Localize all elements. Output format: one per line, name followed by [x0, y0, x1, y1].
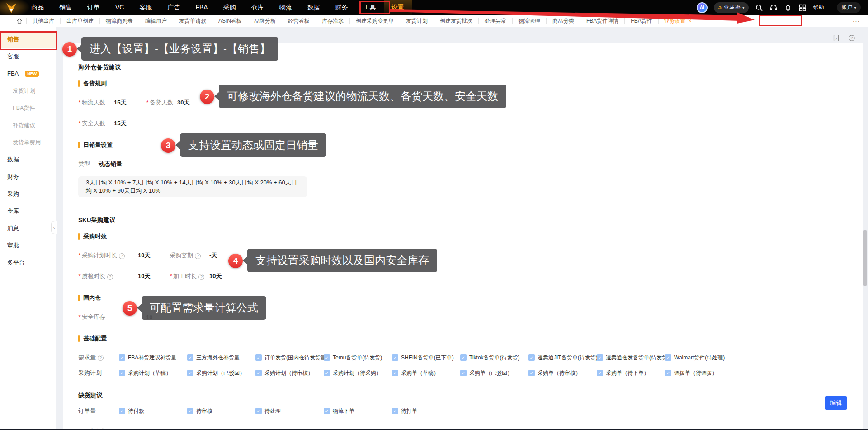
checkbox-option[interactable]: ✓ 采购计划（待采购） — [324, 369, 392, 377]
checkbox-option[interactable]: ✓ 采购计划（待审核） — [255, 369, 324, 377]
tab-item[interactable]: 创建发货批次 — [434, 18, 478, 24]
checkbox-checked-icon[interactable]: ✓ — [665, 370, 671, 376]
help-link[interactable]: 帮助 — [813, 4, 824, 11]
checkbox-checked-icon[interactable]: ✓ — [597, 354, 603, 361]
edit-button[interactable]: 编辑 — [825, 396, 847, 410]
checkbox-option[interactable]: ✓ 调拨单（待调拨） — [665, 369, 733, 377]
checkbox-checked-icon[interactable]: ✓ — [255, 408, 262, 414]
sidebar-item[interactable]: 客服 — [0, 48, 56, 65]
checkbox-checked-icon[interactable]: ✓ — [392, 370, 398, 376]
tab-item[interactable]: 其他出库 — [26, 18, 60, 24]
ai-assistant-button[interactable]: AI — [697, 2, 708, 13]
top-nav-item[interactable]: 销售 — [52, 0, 80, 15]
checkbox-option[interactable]: ✓ 采购计划（已驳回） — [187, 369, 255, 377]
tab-item[interactable]: 编辑用户 — [139, 18, 173, 24]
sidebar-item[interactable]: 数据 — [0, 151, 56, 168]
checkbox-checked-icon[interactable]: ✓ — [460, 354, 467, 361]
top-nav-item[interactable]: 采购 — [216, 0, 244, 15]
sidebar-item[interactable]: 消息 — [0, 220, 56, 237]
sidebar-collapse-handle[interactable]: ‹ — [51, 221, 57, 234]
tab-item[interactable]: 出库单创建 — [60, 18, 99, 24]
sidebar-item[interactable]: 补货建议 — [0, 117, 56, 134]
checkbox-checked-icon[interactable]: ✓ — [119, 354, 125, 361]
checkbox-checked-icon[interactable]: ✓ — [187, 354, 193, 361]
checkbox-option[interactable]: ✓ 三方海外仓补货量 — [187, 354, 255, 362]
checkbox-option[interactable]: ✓ 采购计划（草稿） — [119, 369, 187, 377]
top-nav-item[interactable]: VC — [108, 0, 132, 15]
checkbox-option[interactable]: ✓ Tiktok备货单(待发货) — [460, 354, 528, 362]
tab-item[interactable]: 品牌分析 — [248, 18, 282, 24]
sidebar-item[interactable]: FBA NEW — [0, 65, 56, 82]
tab-item[interactable]: 发货计划 — [400, 18, 434, 24]
checkbox-checked-icon[interactable]: ✓ — [255, 354, 262, 361]
top-nav-item[interactable]: FBA — [188, 0, 215, 15]
sidebar-item[interactable]: 多平台 — [0, 254, 56, 271]
checkbox-checked-icon[interactable]: ✓ — [119, 408, 125, 414]
top-nav-item[interactable]: 订单 — [80, 0, 108, 15]
sidebar-item[interactable]: 财务 — [0, 168, 56, 185]
checkbox-option[interactable]: ✓ 待审核 — [187, 407, 255, 415]
vertical-scrollbar[interactable] — [863, 230, 867, 286]
tab-overflow-button[interactable]: ··· — [853, 18, 860, 24]
tab-close-icon[interactable]: × — [689, 18, 692, 24]
tab-item[interactable]: 库存流水 — [316, 18, 349, 24]
tab-item[interactable]: ASIN看板 — [212, 18, 248, 24]
checkbox-option[interactable]: ✓ Temu备货单(待发货) — [324, 354, 392, 362]
checkbox-option[interactable]: ✓ Walmart货件(待处理) — [665, 354, 733, 362]
top-nav-item[interactable]: 广告 — [160, 0, 188, 15]
sidebar-item[interactable]: 发货计划 — [0, 82, 56, 99]
checkbox-option[interactable]: ✓ 速卖通JIT备货单(待发货) — [528, 354, 597, 362]
sidebar-item[interactable]: 仓库 — [0, 203, 56, 220]
tab-item[interactable]: 经营看板 — [282, 18, 316, 24]
home-tab-button[interactable] — [13, 18, 26, 24]
checkbox-option[interactable]: ✓ 待打单 — [392, 407, 460, 415]
tab-item[interactable]: 处理异常 — [478, 18, 512, 24]
store-selector[interactable]: a 亚马逊 ▾ — [714, 2, 749, 13]
checkbox-option[interactable]: ✓ 采购单（草稿） — [392, 369, 460, 377]
help-circle-icon[interactable]: ? — [848, 34, 855, 42]
app-logo-icon[interactable] — [5, 2, 17, 14]
checkbox-option[interactable]: ✓ 物流下单 — [324, 407, 392, 415]
top-nav-item[interactable]: 物流 — [272, 0, 300, 15]
checkbox-checked-icon[interactable]: ✓ — [528, 354, 535, 361]
checkbox-checked-icon[interactable]: ✓ — [187, 370, 193, 376]
top-nav-item[interactable]: 客服 — [132, 0, 160, 15]
checkbox-option[interactable]: ✓ 采购单（待下单） — [597, 369, 665, 377]
top-nav-item[interactable]: 财务 — [328, 0, 356, 15]
checkbox-checked-icon[interactable]: ✓ — [255, 370, 262, 376]
tab-item[interactable]: FBA货件 — [624, 18, 658, 24]
top-nav-item[interactable]: 仓库 — [244, 0, 272, 15]
checkbox-option[interactable]: ✓ 待处理 — [255, 407, 324, 415]
checkbox-option[interactable]: ✓ 采购单（待审核） — [528, 369, 597, 377]
checkbox-checked-icon[interactable]: ✓ — [597, 370, 603, 376]
headset-icon[interactable] — [769, 4, 778, 12]
checkbox-checked-icon[interactable]: ✓ — [392, 408, 398, 414]
tab-item[interactable]: 物流商列表 — [99, 18, 139, 24]
notification-bell-icon[interactable] — [784, 4, 792, 12]
checkbox-checked-icon[interactable]: ✓ — [392, 354, 398, 361]
tab-item[interactable]: 创建采购变更单 — [349, 18, 400, 24]
tab-item[interactable]: FBA货件详情 — [580, 18, 624, 24]
sidebar-item[interactable]: 审批 — [0, 237, 56, 254]
checkbox-option[interactable]: ✓ FBA补货建议补货量 — [119, 354, 187, 362]
checkbox-checked-icon[interactable]: ✓ — [187, 408, 193, 414]
checkbox-checked-icon[interactable]: ✓ — [460, 370, 467, 376]
guide-doc-icon[interactable]: ? — [833, 34, 840, 42]
checkbox-checked-icon[interactable]: ✓ — [324, 408, 330, 414]
top-nav-item[interactable]: 工具 — [356, 0, 384, 15]
checkbox-checked-icon[interactable]: ✓ — [528, 370, 535, 376]
top-nav-item[interactable]: 设置 — [384, 0, 412, 15]
top-nav-item[interactable]: 商品 — [24, 0, 52, 15]
sidebar-item[interactable]: 采购 — [0, 185, 56, 203]
tab-item[interactable]: 商品分类 — [546, 18, 580, 24]
tab-item[interactable]: 物流管理 — [512, 18, 546, 24]
sidebar-item[interactable]: 发货单费用 — [0, 134, 56, 151]
checkbox-checked-icon[interactable]: ✓ — [324, 354, 330, 361]
tab-business-settings[interactable]: 业务设置 × — [658, 18, 697, 24]
top-nav-item[interactable]: 数据 — [300, 0, 328, 15]
checkbox-option[interactable]: ✓ 速卖通仓发备货单(待发货) — [597, 354, 665, 362]
checkbox-option[interactable]: ✓ SHEIN备货单(已下单) — [392, 354, 460, 362]
checkbox-option[interactable]: ✓ 订单发货(国内仓待发货量) — [255, 354, 324, 362]
checkbox-checked-icon[interactable]: ✓ — [119, 370, 125, 376]
sidebar-item[interactable]: FBA货件 — [0, 99, 56, 117]
